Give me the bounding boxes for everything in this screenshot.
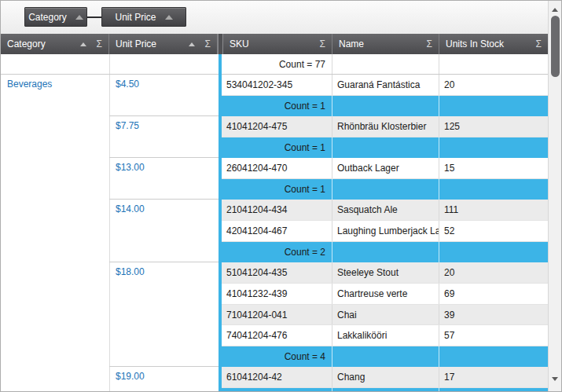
group-count-cell: Count = 1 — [222, 96, 332, 116]
table-row[interactable]: 71041204-041Chai39 — [222, 305, 548, 325]
group-count-row: Count = 2 — [222, 242, 548, 262]
column-header-label: Name — [339, 38, 364, 49]
column-header-category[interactable]: Category Σ — [1, 34, 109, 54]
empty-cell — [439, 96, 548, 116]
sort-asc-icon — [80, 42, 86, 46]
sku-cell: 26041204-470 — [222, 158, 332, 178]
group-connector-line — [87, 16, 101, 18]
name-cell: Guaraná Fantástica — [332, 75, 439, 95]
sku-cell: 41041204-475 — [222, 116, 332, 137]
sku-cell: 534041202-345 — [222, 75, 332, 95]
empty-cell — [439, 179, 548, 200]
name-cell: Chartreuse verte — [332, 284, 439, 304]
group-chip-unit-price[interactable]: Unit Price — [101, 7, 186, 27]
table-row[interactable]: 51041204-435Steeleye Stout20 — [222, 262, 548, 284]
table-row[interactable]: 41041204-475Rhönbräu Klosterbier125 — [222, 116, 548, 137]
unit-price-group-cell[interactable]: $4.50 — [116, 79, 139, 90]
column-header-label: Unit Price — [116, 38, 156, 49]
sort-asc-icon — [189, 42, 195, 46]
sku-cell: 51041204-435 — [222, 262, 332, 283]
sku-cell: 41041232-439 — [222, 284, 332, 304]
units-in-stock-cell: 125 — [439, 116, 548, 137]
empty-cell — [332, 96, 439, 116]
column-header-units-in-stock[interactable]: Units In Stock Σ — [439, 34, 548, 54]
column-header-label: SKU — [230, 38, 249, 49]
empty-cell — [332, 54, 439, 74]
name-cell: Lakkalikööri — [332, 325, 439, 346]
category-count-row: Count = 77 — [222, 54, 548, 75]
empty-cell — [439, 388, 548, 392]
name-cell: Laughing Lumberjack La — [332, 221, 439, 241]
group-chip-label: Category — [28, 12, 67, 23]
summaries-button[interactable]: Σ — [427, 39, 432, 49]
table-row[interactable]: 74041204-476Lakkalikööri57 — [222, 325, 548, 346]
scroll-up-icon[interactable] — [552, 8, 558, 12]
sku-cell: 71041204-041 — [222, 305, 332, 324]
summaries-button[interactable]: Σ — [205, 39, 211, 49]
table-row[interactable]: 26041204-470Outback Lager15 — [222, 158, 548, 179]
name-cell: Rhönbräu Klosterbier — [332, 116, 439, 137]
units-in-stock-cell: 57 — [439, 325, 548, 346]
data-grid-window: Category Unit Price Category Σ Unit Pric… — [0, 0, 562, 392]
units-in-stock-cell: 15 — [439, 158, 548, 178]
column-header-sku[interactable]: SKU Σ — [223, 34, 332, 54]
group-chip-category[interactable]: Category — [24, 7, 87, 27]
group-separator-line — [109, 157, 219, 158]
empty-cell — [439, 54, 548, 74]
group-count-row: Count = 1 — [222, 179, 548, 200]
frozen-column-splitter[interactable] — [218, 34, 223, 54]
group-count-cell: Count = 2 — [222, 242, 332, 262]
group-count-row: Count = 4 — [222, 346, 548, 367]
group-count-cell — [222, 388, 332, 392]
group-count-row — [222, 388, 548, 392]
units-in-stock-cell: 20 — [439, 75, 548, 95]
column-header-label: Category — [7, 38, 46, 49]
group-separator-line — [109, 115, 219, 116]
unit-price-group-cell[interactable]: $7.75 — [116, 120, 139, 131]
scrollbar-thumb[interactable] — [551, 16, 560, 77]
units-in-stock-cell: 39 — [439, 305, 548, 324]
unit-price-group-cell[interactable]: $18.00 — [116, 266, 145, 277]
summaries-button[interactable]: Σ — [97, 39, 102, 49]
group-separator-line — [109, 366, 219, 367]
category-group-cell[interactable]: Beverages — [7, 79, 52, 90]
empty-cell — [332, 179, 439, 200]
group-count-row: Count = 1 — [222, 96, 548, 116]
sku-cell: 21041204-434 — [222, 200, 332, 220]
summaries-button[interactable]: Σ — [320, 39, 325, 49]
scroll-down-icon[interactable] — [552, 377, 558, 381]
sort-asc-icon — [165, 15, 173, 20]
group-separator-line — [109, 262, 219, 262]
unit-price-group-cell[interactable]: $14.00 — [116, 203, 145, 214]
empty-cell — [332, 346, 439, 367]
sku-cell: 42041204-467 — [222, 221, 332, 241]
group-count-cell: Count = 1 — [222, 137, 332, 158]
column-header-unit-price[interactable]: Unit Price Σ — [109, 34, 218, 54]
summaries-button[interactable]: Σ — [536, 39, 542, 49]
units-in-stock-cell: 20 — [439, 262, 548, 283]
units-in-stock-cell: 52 — [439, 221, 548, 241]
unit-price-group-cell[interactable]: $13.00 — [116, 162, 145, 173]
group-separator-line — [1, 74, 219, 75]
sort-asc-icon — [75, 15, 83, 20]
table-row[interactable]: 42041204-467Laughing Lumberjack La52 — [222, 221, 548, 242]
empty-cell — [439, 242, 548, 262]
group-count-row: Count = 1 — [222, 137, 548, 158]
sku-cell: 74041204-476 — [222, 325, 332, 346]
sku-cell: 61041204-42 — [222, 367, 332, 387]
column-header-label: Units In Stock — [446, 38, 504, 49]
unit-price-group-cell[interactable]: $19.00 — [116, 371, 145, 382]
table-row[interactable]: 61041204-42Chang17 — [222, 367, 548, 388]
table-row[interactable]: 41041232-439Chartreuse verte69 — [222, 284, 548, 305]
group-count-cell: Count = 1 — [222, 179, 332, 200]
vertical-scrollbar[interactable] — [548, 1, 562, 391]
group-count-cell: Count = 4 — [222, 346, 332, 367]
table-row[interactable]: 534041202-345Guaraná Fantástica20 — [222, 75, 548, 96]
empty-cell — [439, 137, 548, 158]
units-in-stock-cell: 111 — [439, 200, 548, 220]
name-cell: Steeleye Stout — [332, 262, 439, 283]
group-count-cell: Count = 77 — [222, 54, 332, 74]
table-row[interactable]: 21041204-434Sasquatch Ale111 — [222, 200, 548, 221]
column-header-name[interactable]: Name Σ — [332, 34, 439, 54]
empty-cell — [332, 388, 439, 392]
